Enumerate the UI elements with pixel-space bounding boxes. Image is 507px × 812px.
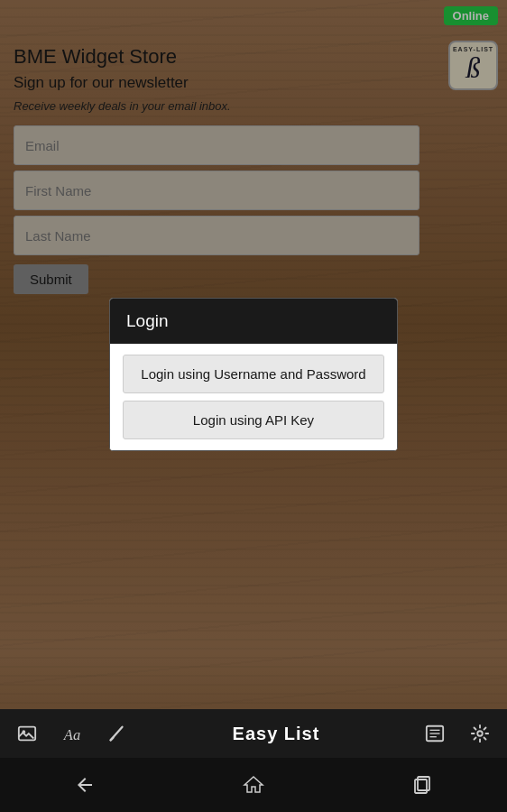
nav-center-label: Easy List [233,724,320,744]
dialog-body: Login using Username and Password Login … [110,344,397,450]
list-icon[interactable] [419,717,451,750]
android-bar [0,758,507,812]
font-icon[interactable]: Aa [56,717,88,750]
login-api-button[interactable]: Login using API Key [123,401,384,439]
nav-bar: Aa Easy List [0,709,507,758]
android-back-button[interactable] [62,767,107,803]
login-username-button[interactable]: Login using Username and Password [123,355,384,393]
svg-line-4 [111,738,114,741]
svg-text:Aa: Aa [63,726,80,743]
svg-point-9 [477,731,483,736]
login-dialog: Login Login using Username and Password … [109,298,398,451]
nav-left-icons: Aa [11,717,134,750]
pen-icon[interactable] [101,717,134,750]
dialog-overlay: Login Login using Username and Password … [0,0,507,740]
settings-icon[interactable] [464,717,496,750]
image-icon[interactable] [11,717,43,750]
dialog-title: Login [110,299,397,344]
android-home-button[interactable] [231,767,276,803]
android-recent-button[interactable] [400,767,445,803]
wood-background: Online EASY-LIST ß BME Widget Store Sign… [0,0,507,812]
nav-right-icons [419,717,496,750]
